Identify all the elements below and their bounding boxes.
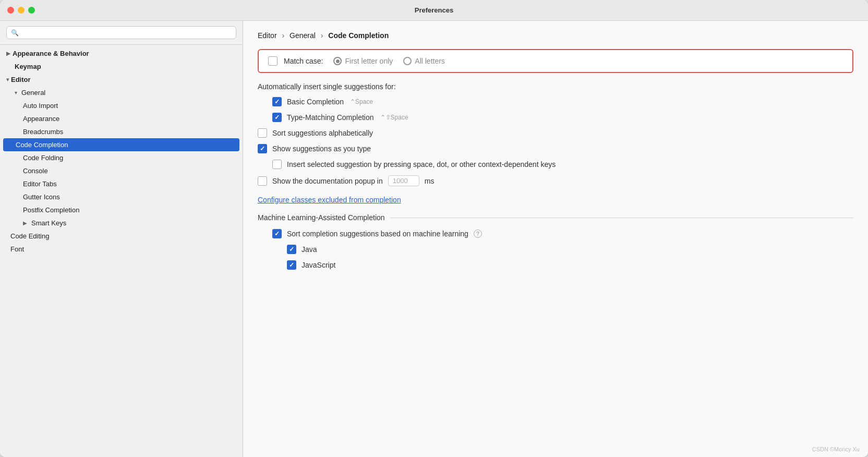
java-checkbox[interactable] — [287, 245, 296, 254]
type-matching-checkbox[interactable] — [272, 113, 282, 122]
doc-popup-checkbox[interactable] — [258, 176, 267, 186]
sidebar-item-label: Postfix Completion — [23, 206, 79, 214]
main-panel: Editor › General › Code Completion Match… — [243, 21, 868, 457]
doc-popup-ms: ms — [425, 177, 435, 185]
radio-circle-all — [403, 57, 412, 65]
chevron-right-icon: ▶ — [23, 220, 27, 226]
sidebar-item-editor-tabs[interactable]: Editor Tabs — [0, 177, 243, 190]
sidebar-item-auto-import[interactable]: Auto Import — [0, 99, 243, 112]
watermark-text: CSDN ©Moncy Xu — [812, 446, 860, 452]
radio-circle-first — [333, 57, 342, 65]
doc-popup-label: Show the documentation popup in — [272, 177, 383, 185]
maximize-button[interactable] — [28, 7, 35, 14]
sidebar-item-label: Code Completion — [16, 141, 68, 149]
ml-section-label: Machine Learning-Assisted Completion — [258, 213, 385, 222]
sidebar-item-label: General — [21, 89, 45, 97]
sidebar-item-label: Appearance — [23, 115, 59, 123]
java-label: Java — [302, 245, 317, 254]
basic-completion-checkbox[interactable] — [272, 97, 282, 106]
match-case-box: Match case: First letter only All letter… — [258, 49, 853, 73]
ml-section-header: Machine Learning-Assisted Completion — [258, 213, 853, 222]
configure-link[interactable]: Configure classes excluded from completi… — [258, 196, 401, 204]
breadcrumb-sep-2: › — [321, 31, 323, 40]
close-button[interactable] — [7, 7, 14, 14]
sort-alpha-checkbox[interactable] — [258, 128, 267, 138]
sidebar-item-label: Code Editing — [10, 232, 49, 240]
sidebar-item-code-completion[interactable]: Code Completion — [3, 138, 239, 151]
sidebar: 🔍 ▶ Appearance & Behavior Keymap ▾ Edito… — [0, 21, 243, 457]
ml-sort-label: Sort completion suggestions based on mac… — [287, 230, 468, 238]
option-row-insert-selected: Insert selected suggestion by pressing s… — [258, 160, 853, 169]
breadcrumb-code-completion: Code Completion — [328, 31, 389, 40]
javascript-checkbox[interactable] — [287, 260, 296, 270]
sidebar-item-label: Editor Tabs — [23, 180, 57, 188]
configure-link-wrapper: Configure classes excluded from completi… — [258, 196, 853, 204]
sidebar-item-gutter-icons[interactable]: Gutter Icons — [0, 190, 243, 203]
chevron-down-icon: ▾ — [15, 90, 17, 95]
sidebar-item-keymap[interactable]: Keymap — [0, 60, 243, 73]
breadcrumb: Editor › General › Code Completion — [258, 31, 853, 40]
radio-first-label: First letter only — [345, 57, 393, 65]
breadcrumb-general: General — [290, 31, 316, 40]
titlebar: Preferences — [0, 0, 868, 21]
match-case-checkbox[interactable] — [268, 56, 278, 66]
minimize-button[interactable] — [18, 7, 25, 14]
option-row-basic-completion: Basic Completion ⌃Space — [258, 97, 853, 106]
type-matching-shortcut: ⌃⇧Space — [380, 114, 408, 121]
search-bar: 🔍 — [0, 21, 243, 45]
sidebar-item-appearance-behavior[interactable]: ▶ Appearance & Behavior — [0, 47, 243, 60]
search-input[interactable] — [21, 29, 232, 37]
search-wrapper[interactable]: 🔍 — [6, 26, 236, 39]
ml-sort-checkbox[interactable] — [272, 229, 282, 238]
sort-alpha-label: Sort suggestions alphabetically — [272, 129, 373, 137]
chevron-right-icon: ▶ — [6, 51, 10, 56]
option-row-sort-alpha: Sort suggestions alphabetically — [258, 128, 853, 138]
option-row-java: Java — [258, 245, 853, 254]
watermark: CSDN ©Moncy Xu — [812, 445, 860, 453]
show-as-type-label: Show suggestions as you type — [272, 145, 371, 153]
section-divider-line — [390, 218, 853, 218]
sidebar-item-code-folding[interactable]: Code Folding — [0, 151, 243, 164]
auto-insert-label: Automatically insert single suggestions … — [258, 82, 853, 91]
sidebar-item-postfix-completion[interactable]: Postfix Completion — [0, 203, 243, 217]
radio-first-letter[interactable]: First letter only — [333, 57, 393, 65]
chevron-down-icon: ▾ — [6, 77, 9, 82]
sidebar-item-console[interactable]: Console — [0, 164, 243, 177]
sidebar-item-general[interactable]: ▾ General — [0, 86, 243, 99]
option-row-show-as-type: Show suggestions as you type — [258, 144, 853, 153]
doc-popup-input[interactable] — [388, 175, 419, 186]
javascript-label: JavaScript — [302, 261, 335, 269]
breadcrumb-editor: Editor — [258, 31, 277, 40]
basic-completion-shortcut: ⌃Space — [350, 98, 373, 105]
sidebar-item-label: Font — [10, 245, 24, 253]
sidebar-item-label: Smart Keys — [31, 219, 66, 227]
breadcrumb-sep-1: › — [282, 31, 284, 40]
radio-all-letters[interactable]: All letters — [403, 57, 445, 65]
basic-completion-label: Basic Completion — [287, 98, 344, 106]
sidebar-item-label: Breadcrumbs — [23, 128, 63, 136]
sidebar-item-smart-keys[interactable]: ▶ Smart Keys — [0, 217, 243, 230]
help-icon[interactable]: ? — [474, 230, 482, 238]
sidebar-item-label: Console — [23, 167, 48, 175]
sidebar-item-label: Keymap — [15, 63, 41, 70]
option-row-javascript: JavaScript — [258, 260, 853, 270]
radio-all-label: All letters — [415, 57, 445, 65]
sidebar-item-label: Code Folding — [23, 154, 63, 162]
sidebar-item-label: Editor — [11, 76, 31, 83]
sidebar-item-appearance[interactable]: Appearance — [0, 112, 243, 125]
sidebar-item-label: Appearance & Behavior — [13, 50, 89, 57]
insert-selected-label: Insert selected suggestion by pressing s… — [287, 160, 556, 169]
sidebar-item-breadcrumbs[interactable]: Breadcrumbs — [0, 125, 243, 138]
type-matching-label: Type-Matching Completion — [287, 113, 374, 122]
sidebar-item-font[interactable]: Font — [0, 243, 243, 256]
radio-group: First letter only All letters — [333, 57, 444, 65]
sidebar-item-code-editing[interactable]: Code Editing — [0, 230, 243, 243]
search-icon: 🔍 — [11, 29, 19, 37]
doc-popup-row: Show the documentation popup in ms — [258, 175, 853, 186]
option-row-type-matching: Type-Matching Completion ⌃⇧Space — [258, 113, 853, 122]
sidebar-item-editor[interactable]: ▾ Editor — [0, 73, 243, 86]
traffic-lights — [7, 7, 35, 14]
insert-selected-checkbox[interactable] — [272, 160, 282, 169]
show-as-type-checkbox[interactable] — [258, 144, 267, 153]
sidebar-item-label: Gutter Icons — [23, 193, 60, 201]
